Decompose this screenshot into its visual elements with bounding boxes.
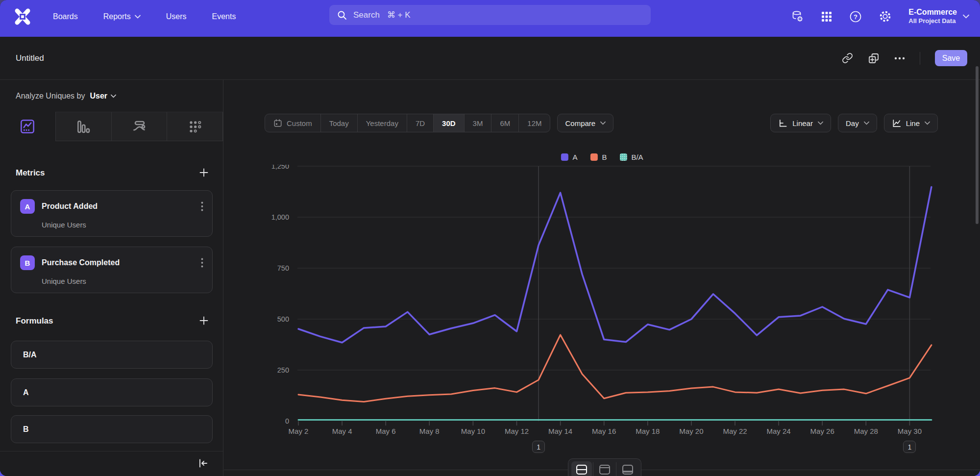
divider — [616, 462, 616, 476]
range-label: 7D — [416, 119, 425, 127]
tab-flows[interactable] — [112, 112, 168, 141]
legend-label: B — [602, 153, 607, 161]
nav-right-icons: ? E-Commerce All Project Data — [791, 0, 969, 33]
legend-item-a[interactable]: A — [561, 153, 577, 161]
copy-link-icon[interactable] — [842, 52, 853, 64]
data-management-icon[interactable] — [791, 10, 804, 23]
collapse-sidebar-icon[interactable] — [197, 457, 209, 469]
project-info: E-Commerce All Project Data — [908, 7, 957, 25]
metric-measure[interactable]: Unique Users — [42, 221, 203, 229]
nav-item-users[interactable]: Users — [166, 12, 187, 21]
tab-retention[interactable] — [167, 112, 223, 141]
svg-text:May 20: May 20 — [679, 427, 703, 435]
legend-item-b[interactable]: B — [590, 153, 607, 161]
chevron-down-icon — [600, 121, 606, 125]
top-nav: Boards Reports Users Events Search ⌘ + K — [0, 0, 980, 37]
scale-label: Linear — [792, 119, 813, 127]
nav-item-reports[interactable]: Reports — [103, 12, 141, 21]
chevron-down-icon — [135, 15, 141, 19]
chart-display-controls: Linear Day Line — [770, 114, 938, 132]
range-yesterday[interactable]: Yesterday — [358, 114, 407, 132]
project-switcher[interactable]: E-Commerce All Project Data — [908, 7, 969, 25]
mixpanel-logo[interactable] — [12, 6, 33, 27]
compare-label: Compare — [565, 119, 595, 127]
svg-text:May 30: May 30 — [898, 427, 922, 435]
range-label: 12M — [527, 119, 541, 127]
apps-grid-icon[interactable] — [821, 11, 833, 23]
nav-menu: Boards Reports Users Events — [53, 12, 236, 21]
chevron-down-icon — [111, 94, 116, 98]
insights-chart-icon — [20, 119, 35, 134]
formula-card-a[interactable]: A — [11, 378, 213, 406]
range-custom[interactable]: Custom — [265, 114, 321, 132]
range-label: 30D — [442, 119, 456, 127]
vertical-scrollbar[interactable] — [976, 66, 979, 224]
search-input[interactable]: Search ⌘ + K — [329, 5, 651, 25]
svg-text:May 24: May 24 — [766, 427, 790, 435]
legend-swatch-b — [590, 153, 597, 161]
range-12m[interactable]: 12M — [519, 114, 550, 132]
chart-type-dropdown[interactable]: Line — [884, 114, 938, 132]
metric-card-a[interactable]: A Product Added Unique Users — [11, 190, 213, 237]
report-actions: Save — [842, 50, 967, 66]
tab-insights[interactable] — [0, 112, 56, 141]
report-header: Untitled Save — [0, 37, 980, 80]
range-3m[interactable]: 3M — [465, 114, 492, 132]
compare-dropdown[interactable]: Compare — [557, 114, 613, 132]
chevron-down-icon — [864, 121, 869, 125]
range-30d[interactable]: 30D — [434, 114, 465, 132]
add-formula-button[interactable] — [198, 315, 209, 326]
range-today[interactable]: Today — [321, 114, 358, 132]
layout-top-button[interactable] — [594, 461, 615, 476]
chart-panel: Custom Today Yesterday 7D 30D 3M 6M 12M … — [224, 80, 980, 476]
add-metric-button[interactable] — [198, 167, 209, 178]
analyze-entity-dropdown[interactable]: User — [90, 92, 116, 100]
annotation-badge[interactable]: 1 — [532, 441, 545, 453]
formula-card-ba[interactable]: B/A — [11, 341, 213, 369]
scale-dropdown[interactable]: Linear — [770, 114, 831, 132]
range-7d[interactable]: 7D — [407, 114, 434, 132]
layout-bottom-button[interactable] — [617, 461, 638, 476]
svg-text:May 12: May 12 — [505, 427, 529, 435]
interval-dropdown[interactable]: Day — [838, 114, 877, 132]
metric-card-b[interactable]: B Purchase Completed Unique Users — [11, 247, 213, 293]
chart-legend: A B B/A — [561, 153, 643, 161]
range-6m[interactable]: 6M — [491, 114, 519, 132]
nav-item-events[interactable]: Events — [212, 12, 236, 21]
save-button[interactable]: Save — [935, 50, 967, 66]
duplicate-icon[interactable] — [868, 52, 880, 64]
more-options-icon[interactable] — [894, 57, 905, 60]
metric-options-icon[interactable] — [201, 258, 203, 268]
help-icon[interactable]: ? — [849, 10, 862, 23]
layout-split-icon — [575, 464, 588, 476]
legend-swatch-a — [561, 153, 568, 161]
svg-text:May 2: May 2 — [289, 427, 309, 435]
formula-card-b[interactable]: B — [11, 415, 213, 443]
metric-name: Product Added — [42, 202, 98, 211]
layout-split-button[interactable] — [571, 461, 592, 476]
analyze-entity-value: User — [90, 92, 107, 100]
project-subtitle: All Project Data — [908, 17, 957, 25]
report-title[interactable]: Untitled — [16, 53, 44, 63]
formulas-section-title: Formulas — [16, 316, 53, 326]
legend-item-ba[interactable]: B/A — [619, 153, 643, 161]
chart-controls: Custom Today Yesterday 7D 30D 3M 6M 12M … — [265, 114, 938, 132]
trend-line-chart[interactable]: 02505007501,0001,250May 2May 4May 6May 8… — [224, 165, 980, 439]
metric-measure[interactable]: Unique Users — [42, 277, 203, 285]
svg-text:1,000: 1,000 — [271, 213, 289, 221]
analyze-label: Analyze Uniques by — [16, 92, 85, 100]
tab-funnels[interactable] — [56, 112, 112, 141]
panel-layout-switcher — [568, 458, 641, 476]
formula-label: B — [23, 425, 29, 434]
annotation-badges: 11 — [224, 441, 980, 453]
svg-text:May 28: May 28 — [854, 427, 878, 435]
svg-text:0: 0 — [285, 417, 289, 425]
date-range-control: Custom Today Yesterday 7D 30D 3M 6M 12M — [265, 114, 550, 132]
line-chart-icon — [892, 119, 901, 128]
query-sidebar: Analyze Uniques by User — [0, 80, 223, 476]
annotation-badge[interactable]: 1 — [903, 441, 916, 453]
svg-text:May 18: May 18 — [636, 427, 660, 435]
settings-gear-icon[interactable] — [879, 10, 892, 23]
nav-item-boards[interactable]: Boards — [53, 12, 78, 21]
metric-options-icon[interactable] — [201, 201, 203, 211]
